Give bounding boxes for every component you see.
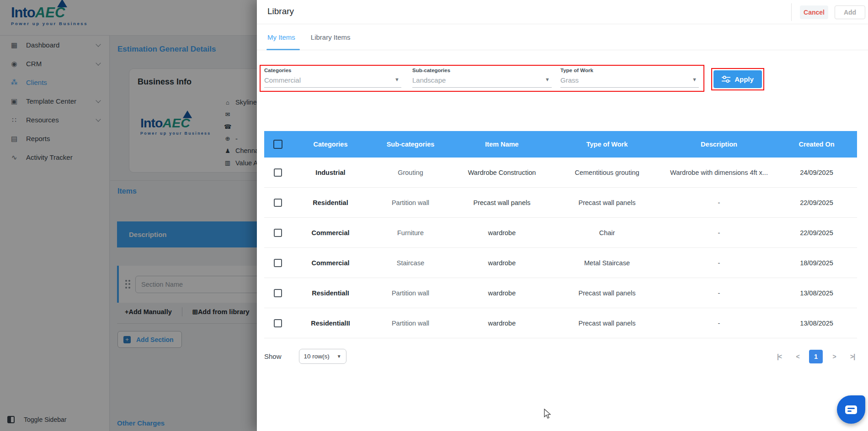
cell-description: - [662,289,776,297]
row-checkbox[interactable] [274,319,282,327]
tab[interactable]: My Items [267,25,295,50]
table-header-row: Categories Sub-categories Item Name Type… [264,131,857,158]
pagination: |< < 1 > >| [772,350,859,363]
cell-description: - [662,199,776,206]
dropdown-arrow-icon[interactable]: ▼ [545,77,550,82]
categories-dropdown[interactable]: Categories Commercial▼ [264,68,401,89]
row-checkbox[interactable] [274,229,282,237]
row-checkbox[interactable] [274,289,282,297]
filters-highlight-box: Categories Commercial▼ Sub-categories La… [260,65,704,92]
table-row: Commercial Staircase wardrobe Metal Stai… [264,248,857,278]
type-of-work-dropdown[interactable]: Type of Work Grass▼ [560,68,699,89]
column-header-categories: Categories [292,141,369,148]
cell-sub-categories: Partition wall [369,199,452,206]
tab[interactable]: Library Items [311,25,351,50]
drawer-header: Library Cancel Add [257,0,868,24]
categories-value: Commercial [264,76,301,84]
cell-sub-categories: Staircase [369,259,452,267]
cell-type-of-work: Precast wall panels [552,320,662,327]
cell-categories: Residential [292,199,369,206]
dropdown-arrow-icon: ▼ [337,354,341,359]
cell-created-on: 18/09/2025 [776,259,857,267]
chat-bubble-icon [845,405,857,414]
last-page-icon[interactable]: >| [846,350,859,363]
tab-label: Library Items [311,33,351,41]
table-row: Commercial Furniture wardrobe Chair - 22… [264,218,857,248]
drawer-title: Library [267,6,294,16]
cell-type-of-work: Metal Staircase [552,259,662,267]
cell-sub-categories: Furniture [369,229,452,237]
column-header-sub-categories: Sub-categories [369,141,452,148]
cell-description: - [662,259,776,267]
chat-widget-button[interactable] [837,395,865,424]
cell-item-name: Wardrobe Construction [452,169,552,176]
prev-page-icon[interactable]: < [791,350,804,363]
cell-sub-categories: Partition wall [369,289,452,297]
sub-categories-label: Sub-categories [412,68,552,73]
cell-description: Wardrobe with dimensions 4ft x... [662,169,776,176]
cell-categories: Commercial [292,259,369,267]
type-of-work-label: Type of Work [560,68,699,73]
column-header-created-on: Created On [776,141,857,148]
cell-created-on: 22/09/2025 [776,199,857,206]
cell-sub-categories: Partition wall [369,320,452,327]
table-body: Industrial Grouting Wardrobe Constructio… [264,158,857,338]
cell-description: - [662,320,776,327]
select-all-checkbox[interactable] [273,140,282,149]
cell-item-name: wardrobe [452,259,552,267]
divider [791,3,792,21]
next-page-icon[interactable]: > [827,350,841,363]
cell-type-of-work: Precast wall panels [552,199,662,206]
row-checkbox[interactable] [274,199,282,207]
type-of-work-value: Grass [560,76,579,84]
sub-categories-value: Landscape [412,76,446,84]
cell-sub-categories: Grouting [369,169,452,176]
cell-type-of-work: Cementitious grouting [552,169,662,176]
cancel-button[interactable]: Cancel [800,5,828,19]
table-row: ResidentialII Partition wall wardrobe Pr… [264,308,857,338]
cell-created-on: 22/09/2025 [776,229,857,237]
cell-created-on: 24/09/2025 [776,169,857,176]
column-header-description: Description [662,141,776,148]
column-header-item-name: Item Name [452,141,552,148]
filter-sliders-icon [722,76,730,83]
apply-highlight-box: Apply [711,68,764,90]
current-page-button[interactable]: 1 [809,350,823,363]
rows-per-page-control: Show 10 row(s) ▼ [264,349,346,364]
column-header-type-of-work: Type of Work [552,141,662,148]
sub-categories-dropdown[interactable]: Sub-categories Landscape▼ [412,68,552,89]
cell-description: - [662,229,776,237]
cell-item-name: Precast wall panels [452,199,552,206]
tab-label: My Items [267,33,295,41]
cell-type-of-work: Precast wall panels [552,289,662,297]
categories-label: Categories [264,68,401,73]
cell-item-name: wardrobe [452,289,552,297]
cell-categories: ResidentialI [292,289,369,297]
row-checkbox[interactable] [274,168,282,177]
library-drawer: Library Cancel Add My Items Library Item… [257,0,868,431]
library-items-table: Categories Sub-categories Item Name Type… [264,131,857,338]
cell-type-of-work: Chair [552,229,662,237]
show-label: Show [264,352,282,360]
cell-created-on: 13/08/2025 [776,289,857,297]
table-row: Industrial Grouting Wardrobe Constructio… [264,158,857,188]
apply-button[interactable]: Apply [714,70,762,88]
cell-item-name: wardrobe [452,229,552,237]
dropdown-arrow-icon[interactable]: ▼ [692,77,697,82]
table-row: ResidentialI Partition wall wardrobe Pre… [264,278,857,308]
row-checkbox[interactable] [274,259,282,267]
cell-created-on: 13/08/2025 [776,320,857,327]
cell-categories: Commercial [292,229,369,237]
rows-per-page-select[interactable]: 10 row(s) ▼ [299,349,346,364]
drawer-tabs: My Items Library Items [257,25,868,50]
first-page-icon[interactable]: |< [772,350,786,363]
modal-dim-overlay[interactable] [0,0,257,431]
table-row: Residential Partition wall Precast wall … [264,188,857,218]
add-button[interactable]: Add [835,5,865,19]
cell-item-name: wardrobe [452,320,552,327]
dropdown-arrow-icon[interactable]: ▼ [394,77,399,82]
cell-categories: Industrial [292,169,369,176]
cell-categories: ResidentialII [292,320,369,327]
